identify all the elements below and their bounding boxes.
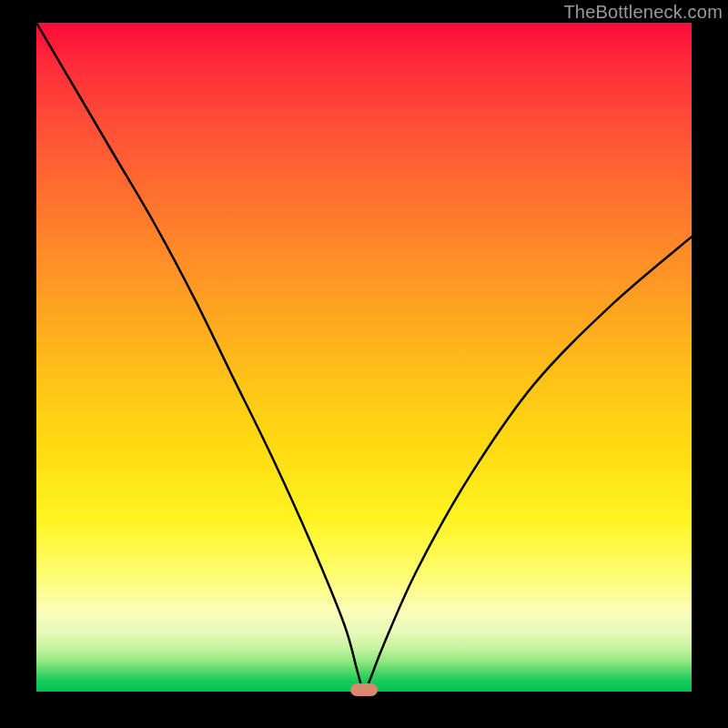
chart-frame: TheBottleneck.com [0, 0, 728, 728]
watermark-text: TheBottleneck.com [563, 2, 723, 23]
plot-area [36, 23, 692, 692]
optimum-marker [350, 683, 378, 696]
bottleneck-curve [36, 23, 692, 692]
